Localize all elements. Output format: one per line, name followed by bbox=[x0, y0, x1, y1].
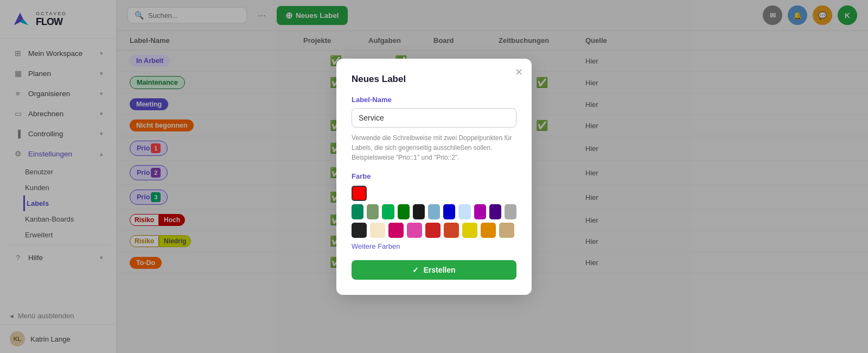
color-swatch[interactable] bbox=[352, 223, 367, 238]
hint-text: Verwende die Schreibweise mit zwei Doppe… bbox=[352, 133, 516, 162]
color-swatch[interactable] bbox=[499, 223, 514, 238]
color-swatch[interactable] bbox=[407, 223, 422, 238]
color-swatch[interactable] bbox=[462, 223, 477, 238]
color-swatch[interactable] bbox=[428, 204, 440, 219]
create-btn-label: Erstellen bbox=[423, 266, 455, 274]
modal-overlay[interactable]: ✕ Neues Label Label-Name Verwende die Sc… bbox=[0, 0, 868, 353]
color-swatch[interactable] bbox=[370, 223, 385, 238]
new-label-modal: ✕ Neues Label Label-Name Verwende die Sc… bbox=[336, 59, 532, 295]
color-swatch[interactable] bbox=[382, 204, 394, 219]
color-swatch[interactable] bbox=[425, 223, 441, 238]
check-circle-icon: ✓ bbox=[412, 266, 419, 274]
modal-close-button[interactable]: ✕ bbox=[515, 66, 523, 78]
color-swatch[interactable] bbox=[388, 223, 404, 238]
color-swatch[interactable] bbox=[481, 223, 496, 238]
color-swatch[interactable] bbox=[444, 223, 459, 238]
color-swatch[interactable] bbox=[413, 204, 425, 219]
color-swatch[interactable] bbox=[367, 204, 379, 219]
color-swatch[interactable] bbox=[352, 204, 363, 219]
label-name-input[interactable] bbox=[352, 108, 516, 128]
color-swatch-red[interactable] bbox=[352, 186, 367, 201]
color-row-1 bbox=[352, 186, 516, 201]
color-swatch[interactable] bbox=[458, 204, 470, 219]
color-swatch[interactable] bbox=[489, 204, 501, 219]
color-swatch[interactable] bbox=[443, 204, 455, 219]
more-colors-link[interactable]: Weitere Farben bbox=[352, 242, 400, 250]
label-name-field-label: Label-Name bbox=[352, 96, 516, 104]
color-swatch[interactable] bbox=[474, 204, 486, 219]
color-swatch[interactable] bbox=[505, 204, 516, 219]
color-grid bbox=[352, 186, 516, 238]
color-swatch[interactable] bbox=[398, 204, 410, 219]
color-row-2 bbox=[352, 204, 516, 219]
modal-title: Neues Label bbox=[352, 74, 516, 85]
color-section-label: Farbe bbox=[352, 172, 516, 180]
create-label-button[interactable]: ✓ Erstellen bbox=[352, 260, 516, 280]
color-row-3 bbox=[352, 223, 516, 238]
